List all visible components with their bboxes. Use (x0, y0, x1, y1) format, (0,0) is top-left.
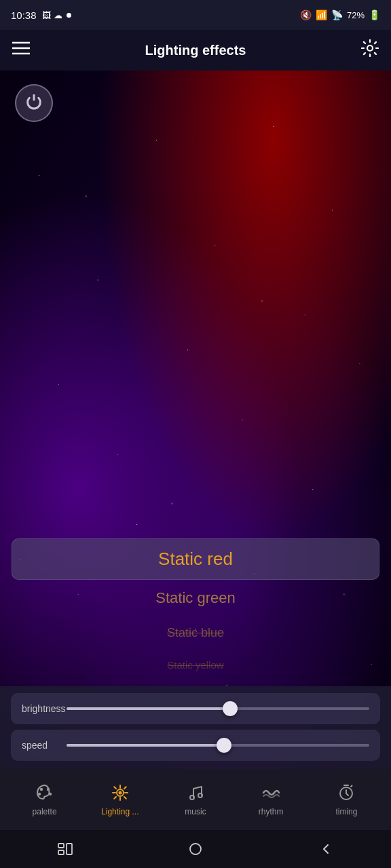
svg-point-4 (39, 787, 42, 790)
cloud-icon: ☁ (54, 10, 62, 20)
picker-item-1[interactable]: Static red (12, 538, 379, 580)
speed-label: speed (22, 739, 57, 751)
battery-text: 72% (347, 10, 365, 20)
tab-rhythm[interactable]: rhythm (234, 784, 309, 816)
brightness-fill (67, 707, 230, 710)
top-bar: Lighting effects (0, 30, 391, 71)
home-button[interactable] (187, 841, 204, 857)
svg-point-3 (367, 45, 373, 51)
svg-rect-13 (58, 844, 64, 848)
wifi-icon: 📶 (316, 9, 327, 20)
speed-thumb[interactable] (217, 738, 231, 753)
music-icon (187, 784, 204, 804)
lighting-icon (111, 784, 129, 804)
mute-icon: 🔇 (300, 9, 312, 20)
speed-fill (67, 744, 224, 747)
power-icon (24, 94, 43, 113)
svg-rect-16 (190, 844, 201, 854)
music-tab-label: music (185, 808, 206, 816)
brightness-slider-row: brightness (11, 693, 380, 724)
photo-icon: 🖼 (42, 10, 51, 20)
picker-item-2[interactable]: Static green (12, 580, 379, 616)
brightness-track (67, 707, 369, 710)
system-nav-bar (0, 830, 391, 868)
tab-palette[interactable]: palette (7, 784, 82, 816)
signal-icon: 📡 (331, 9, 343, 20)
speed-track (67, 744, 369, 747)
settings-button[interactable] (361, 39, 379, 61)
recent-button[interactable] (57, 842, 73, 856)
svg-point-10 (190, 795, 194, 800)
main-content: Static red Static green Static blue Stat… (0, 71, 391, 769)
brightness-label: brightness (22, 703, 57, 715)
status-left: 10:38 🖼 ☁ (11, 9, 71, 21)
picker-item-4[interactable]: Static yellow (12, 650, 379, 681)
notification-dot (67, 13, 71, 18)
tab-music[interactable]: music (157, 784, 233, 816)
tab-lighting[interactable]: Lighting ... (82, 784, 157, 816)
effect-picker: Static red Static green Static blue Stat… (0, 538, 391, 681)
sliders-section: brightness speed (0, 686, 391, 769)
tab-timing[interactable]: timing (309, 784, 384, 816)
tab-bar: palette Lighting ... music (0, 769, 391, 830)
svg-rect-15 (67, 844, 72, 854)
page-title: Lighting effects (145, 43, 246, 58)
rhythm-tab-label: rhythm (259, 808, 284, 816)
speed-slider-row: speed (11, 730, 380, 761)
status-time: 10:38 (11, 9, 37, 21)
status-icons: 🔇 📶 📡 72% 🔋 (300, 9, 380, 20)
palette-tab-label: palette (33, 808, 57, 816)
speed-slider[interactable] (67, 744, 369, 747)
svg-point-11 (198, 793, 202, 797)
rhythm-icon (262, 784, 280, 804)
brightness-slider[interactable] (67, 707, 369, 710)
timing-tab-label: timing (335, 808, 357, 816)
brightness-thumb[interactable] (223, 701, 238, 716)
picker-item-3[interactable]: Static blue (12, 616, 379, 650)
power-button[interactable] (15, 84, 53, 122)
svg-point-9 (118, 791, 122, 794)
menu-button[interactable] (12, 41, 30, 60)
status-bar: 10:38 🖼 ☁ 🔇 📶 📡 72% 🔋 (0, 0, 391, 30)
lighting-tab-label: Lighting ... (101, 808, 138, 816)
timing-icon (337, 784, 355, 804)
palette-icon (36, 784, 54, 804)
svg-rect-14 (58, 850, 64, 854)
back-button[interactable] (318, 841, 334, 857)
battery-icon: 🔋 (369, 9, 380, 20)
